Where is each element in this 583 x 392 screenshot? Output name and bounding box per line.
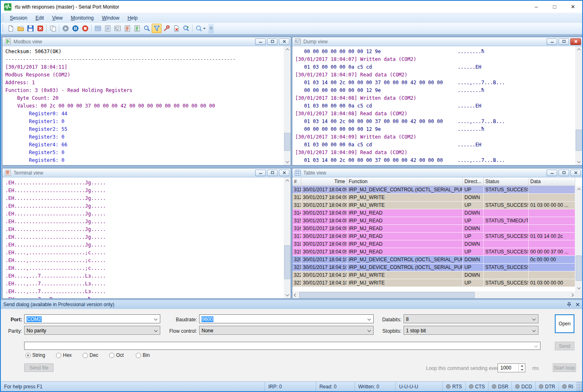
spin-up-icon[interactable]	[521, 365, 523, 367]
close-button[interactable]: ✕	[564, 1, 582, 13]
find-button[interactable]	[142, 24, 152, 33]
modbus-restore-button[interactable]	[267, 38, 278, 45]
dump-vscrollbar[interactable]	[575, 46, 582, 165]
menu-item-window[interactable]: Window	[98, 13, 123, 22]
minimize-button[interactable]: –	[527, 1, 545, 13]
pause-monitoring-button[interactable]	[70, 24, 80, 33]
send-button[interactable]: Send	[555, 342, 574, 350]
table-row[interactable]: 32130/01/2017 18:04:10IRP_MJ_DEVICE_CONT…	[292, 264, 575, 271]
table-column-header[interactable]: Data	[529, 177, 575, 186]
table-close-button[interactable]	[570, 170, 581, 176]
chevron-down-icon	[154, 317, 157, 320]
pin-icon[interactable]	[567, 302, 572, 307]
table-hscrollbar[interactable]	[292, 291, 575, 298]
terminal-restore-button[interactable]	[267, 170, 278, 176]
start-loop-button[interactable]: Start loop	[553, 363, 576, 372]
terminal-close-button[interactable]	[279, 170, 289, 176]
line-view-button[interactable]	[103, 24, 112, 33]
menu-item-edit[interactable]: Edit	[31, 13, 48, 22]
table-vscrollbar[interactable]	[575, 186, 582, 291]
table-row[interactable]: 31930/01/2017 18:04:09IRP_MJ_READUPSTATU…	[292, 248, 575, 256]
maximize-button[interactable]: □	[545, 1, 564, 13]
modbus-close-button[interactable]	[279, 38, 289, 45]
dump-view-button[interactable]	[112, 24, 122, 33]
dump-minimize-button[interactable]	[547, 38, 557, 45]
modbus-view-button[interactable]	[132, 24, 142, 33]
table-column-header[interactable]: #	[292, 177, 301, 186]
new-session-button[interactable]	[6, 24, 16, 33]
stop-monitoring-button[interactable]	[80, 24, 90, 33]
table-row[interactable]: 31330/01/2017 18:04:09IRP_MJ_WRITEUPSTAT…	[292, 202, 575, 209]
table-view-button[interactable]	[93, 24, 103, 33]
terminal-view-button[interactable]	[122, 24, 132, 33]
radio-button-icon[interactable]	[109, 353, 114, 358]
table-column-header[interactable]: Function	[347, 177, 463, 186]
cell-dir: UP	[463, 217, 484, 225]
terminal-view-title: Terminal view	[13, 170, 254, 176]
send-dialog-close-icon[interactable]	[576, 302, 580, 307]
modbus-minimize-button[interactable]	[255, 38, 266, 45]
menu-item-help[interactable]: Help	[123, 13, 142, 22]
table-row[interactable]: 31430/01/2017 18:04:09IRP_MJ_READDOWN	[292, 209, 575, 217]
close-session-button[interactable]	[35, 24, 45, 33]
command-input[interactable]	[24, 342, 540, 350]
radio-hex[interactable]: Hex	[56, 352, 72, 358]
toolbar-separator	[59, 25, 59, 32]
filter-button[interactable]	[152, 24, 161, 33]
spinner-arrows[interactable]	[518, 364, 525, 372]
terminal-minimize-button[interactable]	[255, 170, 266, 176]
radio-button-icon[interactable]	[83, 353, 88, 358]
table-column-header[interactable]: Status	[484, 177, 529, 186]
terminal-log-line: .EH....,...7...B............ħ.....	[5, 296, 284, 298]
dump-restore-button[interactable]	[558, 38, 569, 45]
radio-button-icon[interactable]	[25, 353, 31, 358]
open-button[interactable]: Open	[555, 314, 574, 333]
baudrate-combobox[interactable]: 9600	[199, 314, 374, 323]
menu-item-monitoring[interactable]: Monitoring	[67, 13, 98, 22]
zoom-button[interactable]	[194, 24, 207, 33]
toolbar-overflow-button[interactable]	[209, 24, 214, 34]
table-row[interactable]: 32230/01/2017 18:04:10IRP_MJ_WRITEDOWN	[292, 271, 575, 279]
parity-combobox[interactable]: No parity	[24, 326, 160, 335]
clear-button[interactable]	[171, 24, 181, 33]
send-file-button[interactable]: Send file	[24, 363, 54, 372]
radio-string[interactable]: String	[25, 352, 45, 358]
cell-data	[529, 225, 575, 233]
radio-dec[interactable]: Dec	[83, 352, 98, 358]
databits-combobox[interactable]: 8	[404, 314, 538, 323]
menu-item-session[interactable]: Session	[6, 13, 31, 22]
table-column-header[interactable]: Time	[301, 177, 347, 186]
table-row[interactable]: 32330/01/2017 18:04:10IRP_MJ_WRITEUPSTAT…	[292, 279, 575, 287]
stopbits-combobox[interactable]: 1 stop bit	[404, 326, 538, 335]
menu-item-view[interactable]: View	[48, 13, 67, 22]
dump-close-button[interactable]	[570, 38, 581, 45]
port-combobox[interactable]: COM2	[24, 314, 160, 323]
radio-button-icon[interactable]	[56, 353, 61, 358]
table-row[interactable]: 31630/01/2017 18:04:09IRP_MJ_READDOWN	[292, 225, 575, 233]
table-header[interactable]: #TimeFunctionDirect...StatusData	[292, 177, 575, 186]
filter-setup-button[interactable]	[161, 24, 171, 33]
table-row[interactable]: 31130/01/2017 18:04:09IRP_MJ_DEVICE_CONT…	[292, 186, 575, 194]
start-monitoring-button[interactable]	[61, 24, 70, 33]
resize-grip[interactable]	[576, 382, 582, 391]
table-row[interactable]: 31830/01/2017 18:04:09IRP_MJ_READDOWN	[292, 240, 575, 248]
table-restore-button[interactable]	[558, 170, 569, 176]
table-row[interactable]: 32030/01/2017 18:04:10IRP_MJ_DEVICE_CONT…	[292, 256, 575, 264]
table-row[interactable]: 31230/01/2017 18:04:09IRP_MJ_WRITEDOWN	[292, 194, 575, 202]
save-session-button[interactable]	[25, 24, 35, 33]
radio-button-icon[interactable]	[136, 353, 141, 358]
table-row[interactable]: 31530/01/2017 18:04:09IRP_MJ_READUPSTATU…	[292, 217, 575, 225]
copy-button[interactable]	[48, 24, 58, 33]
find-next-button[interactable]	[181, 24, 191, 33]
flow-control-combobox[interactable]: None	[199, 326, 374, 335]
radio-bin[interactable]: Bin	[136, 352, 150, 358]
table-minimize-button[interactable]	[547, 170, 557, 176]
table-column-header[interactable]: Direct...	[463, 177, 484, 186]
modbus-vscrollbar[interactable]	[284, 46, 291, 165]
table-row[interactable]: 31730/01/2017 18:04:09IRP_MJ_READUPSTATU…	[292, 233, 575, 240]
spin-down-icon[interactable]	[521, 369, 523, 371]
terminal-vscrollbar[interactable]	[284, 177, 291, 298]
radio-oct[interactable]: Oct	[109, 352, 124, 358]
open-session-button[interactable]	[16, 24, 25, 33]
loop-interval-spinner[interactable]: 1000	[498, 363, 525, 372]
